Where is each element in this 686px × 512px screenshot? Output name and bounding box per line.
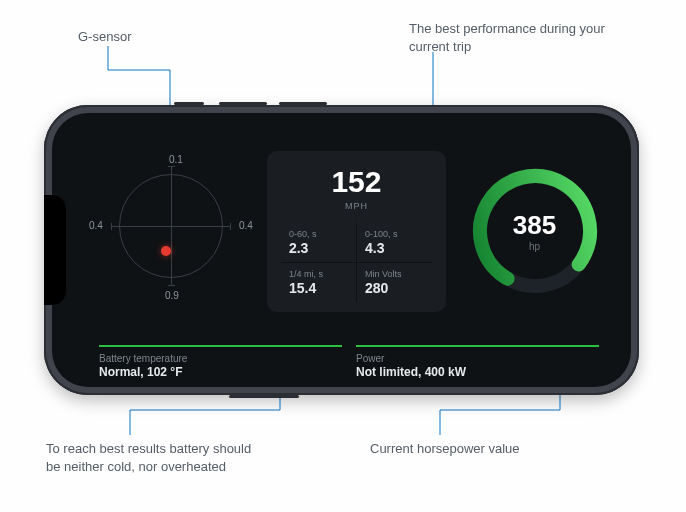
gsensor-label-left: 0.4 bbox=[89, 220, 103, 231]
stat-0-60: 0-60, s 2.3 bbox=[281, 223, 356, 262]
stat-label: Min Volts bbox=[365, 269, 424, 279]
annotation-performance: The best performance during your current… bbox=[409, 20, 609, 56]
phone-notch bbox=[44, 195, 66, 305]
gauge-ring-icon bbox=[460, 156, 610, 306]
phone-side-button bbox=[174, 102, 204, 105]
status-label: Power bbox=[356, 353, 599, 364]
status-value: Normal, 102 °F bbox=[99, 365, 342, 379]
gsensor-label-bottom: 0.9 bbox=[165, 290, 179, 301]
status-label: Battery temperature bbox=[99, 353, 342, 364]
status-bar-icon bbox=[99, 345, 342, 347]
horsepower-gauge[interactable]: 385 hp bbox=[460, 156, 609, 306]
speed-value: 152 bbox=[281, 165, 432, 199]
performance-card[interactable]: 152 MPH 0-60, s 2.3 0-100, s 4.3 1/4 mi,… bbox=[267, 151, 446, 312]
gsensor-widget[interactable]: 0.1 0.4 0.4 0.9 bbox=[89, 136, 253, 326]
stat-value: 2.3 bbox=[289, 240, 348, 256]
gsensor-axis-vertical bbox=[171, 166, 172, 286]
stat-value: 4.3 bbox=[365, 240, 424, 256]
stat-value: 15.4 bbox=[289, 280, 348, 296]
stat-label: 0-60, s bbox=[289, 229, 348, 239]
status-bar-icon bbox=[356, 345, 599, 347]
phone-side-button bbox=[279, 102, 327, 105]
annotation-horsepower: Current horsepower value bbox=[370, 440, 520, 458]
app-screen: 0.1 0.4 0.4 0.9 152 MPH 0-60, s 2.3 0-10… bbox=[89, 117, 609, 383]
phone-side-button bbox=[219, 102, 267, 105]
status-power[interactable]: Power Not limited, 400 kW bbox=[356, 345, 599, 379]
gsensor-label-top: 0.1 bbox=[169, 154, 183, 165]
phone-frame: 0.1 0.4 0.4 0.9 152 MPH 0-60, s 2.3 0-10… bbox=[44, 105, 639, 395]
status-battery-temperature[interactable]: Battery temperature Normal, 102 °F bbox=[99, 345, 342, 379]
status-value: Not limited, 400 kW bbox=[356, 365, 599, 379]
stat-quarter-mile: 1/4 mi, s 15.4 bbox=[281, 263, 356, 302]
phone-side-button bbox=[229, 395, 299, 398]
stat-label: 0-100, s bbox=[365, 229, 424, 239]
annotation-battery: To reach best results battery should be … bbox=[46, 440, 266, 476]
stat-min-volts: Min Volts 280 bbox=[357, 263, 432, 302]
stat-value: 280 bbox=[365, 280, 424, 296]
stat-label: 1/4 mi, s bbox=[289, 269, 348, 279]
stat-0-100: 0-100, s 4.3 bbox=[357, 223, 432, 262]
gsensor-dot-icon bbox=[161, 246, 171, 256]
gsensor-label-right: 0.4 bbox=[239, 220, 253, 231]
annotation-gsensor: G-sensor bbox=[78, 28, 131, 46]
speed-unit: MPH bbox=[281, 201, 432, 211]
